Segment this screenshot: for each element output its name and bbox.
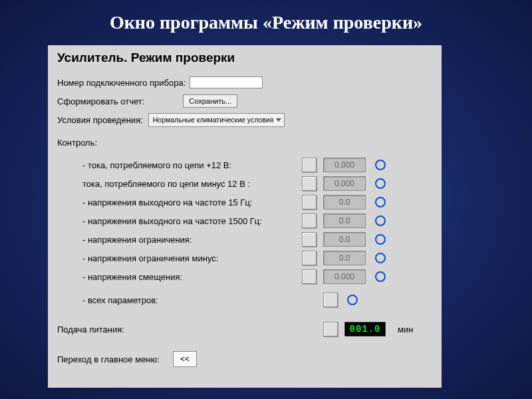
report-row: Сформировать отчет: Сохранить... [57, 93, 434, 109]
control-led-3 [375, 215, 386, 226]
conditions-label: Условия проведения: [57, 115, 143, 125]
back-label: Переход в главное меню: [57, 354, 160, 364]
control-value-5: 0.0 [323, 251, 366, 265]
control-label-5: - напряжения ограничения минус: [57, 253, 297, 263]
control-run-button-5[interactable] [302, 251, 317, 265]
back-button[interactable]: << [173, 351, 197, 367]
power-timer: 001.0 [344, 322, 386, 336]
timer-unit: мин [396, 325, 416, 334]
control-value-2: 0.0 [323, 195, 366, 209]
control-run-button-3[interactable] [302, 213, 317, 228]
control-row-4: - напряжения ограничения: 0.0 [57, 230, 434, 249]
report-label: Сформировать отчет: [57, 96, 144, 106]
power-button[interactable] [323, 322, 338, 336]
control-header: Контроль: [57, 134, 434, 150]
all-params-label: - всех параметров: [57, 295, 318, 305]
control-run-button-4[interactable] [302, 232, 317, 247]
control-row-0: - тока, потребляемого по цепи +12 В: 0.0… [57, 156, 434, 174]
control-label-4: - напряжения ограничения: [57, 235, 297, 245]
control-run-button-2[interactable] [302, 195, 317, 209]
slide-title: Окно программы «Режим проверки» [0, 12, 532, 33]
control-row-5: - напряжения ограничения минус: 0.0 [57, 249, 434, 267]
control-row-1: тока, потребляемого по цепи минус 12 В :… [57, 174, 434, 193]
device-number-row: Номер подключенного прибора: [57, 74, 434, 90]
control-led-0 [375, 160, 386, 170]
conditions-row: Условия проведения: Нормальные климатиче… [57, 112, 434, 128]
control-led-6 [375, 271, 386, 282]
all-params-led [347, 295, 358, 305]
back-row: Переход в главное меню: << [57, 351, 434, 367]
control-led-1 [375, 178, 386, 189]
control-label-6: - напряжения смещения: [57, 272, 297, 282]
control-value-3: 0.0 [323, 213, 366, 228]
control-row-6: - напряжения смещения: 0.000 [57, 267, 434, 286]
control-led-5 [375, 253, 386, 263]
power-row: Подача питания: 001.0 мин [57, 319, 434, 339]
device-number-input[interactable] [190, 76, 263, 88]
control-value-1: 0.000 [323, 176, 366, 191]
all-params-row: - всех параметров: [57, 290, 434, 310]
control-run-button-0[interactable] [302, 158, 317, 172]
save-button[interactable]: Сохранить... [183, 94, 237, 108]
control-label-0: - тока, потребляемого по цепи +12 В: [57, 160, 297, 170]
power-label: Подача питания: [57, 325, 318, 334]
control-row-2: - напряжения выходного на частоте 15 Гц:… [57, 193, 434, 211]
control-run-button-6[interactable] [302, 269, 317, 284]
panel-heading: Усилитель. Режим проверки [57, 51, 434, 65]
all-params-button[interactable] [323, 293, 338, 307]
device-number-label: Номер подключенного прибора: [57, 78, 186, 88]
control-row-3: - напряжения выходного на частоте 1500 Г… [57, 211, 434, 230]
control-run-button-1[interactable] [302, 176, 317, 191]
conditions-select[interactable]: Нормальные климатические условия [148, 113, 285, 127]
control-label-1: тока, потребляемого по цепи минус 12 В : [57, 179, 297, 189]
app-panel: Усилитель. Режим проверки Номер подключе… [48, 45, 442, 388]
conditions-selected: Нормальные климатические условия [153, 116, 274, 124]
control-value-0: 0.000 [323, 158, 366, 172]
control-led-2 [375, 197, 386, 207]
control-led-4 [375, 234, 386, 245]
control-label-3: - напряжения выходного на частоте 1500 Г… [57, 216, 297, 226]
control-value-4: 0.0 [323, 232, 366, 247]
control-label-2: - напряжения выходного на частоте 15 Гц: [57, 198, 297, 207]
control-value-6: 0.000 [323, 269, 366, 284]
control-label: Контроль: [57, 138, 97, 148]
